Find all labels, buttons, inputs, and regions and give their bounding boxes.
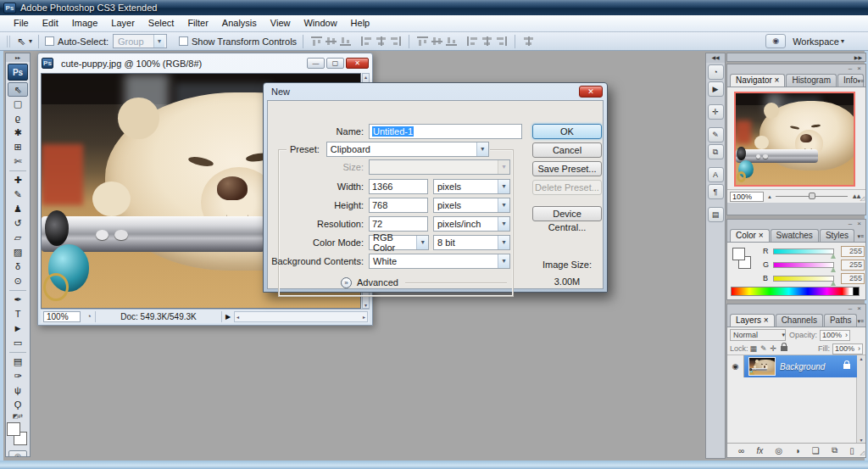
minimize-button[interactable]: — <box>307 58 325 69</box>
link-layers-icon[interactable]: ∞ <box>738 446 744 455</box>
align-vertical-centers-icon[interactable] <box>326 36 337 46</box>
eyedropper-tool[interactable]: ✑ <box>8 369 28 383</box>
auto-select-dropdown[interactable]: Group ▾ <box>113 34 167 48</box>
close-button[interactable]: ✕ <box>346 58 369 69</box>
tab-histogram[interactable]: Histogram <box>786 74 837 87</box>
tool-presets-panel-button[interactable]: ✛ <box>708 104 724 120</box>
save-preset-button[interactable]: Save Preset... <box>532 161 602 176</box>
auto-align-layers-icon[interactable] <box>523 36 534 46</box>
tab-layers[interactable]: Layers × <box>730 314 775 327</box>
zoom-tool[interactable]: Ϙ <box>8 398 28 412</box>
shape-tool[interactable]: ▭ <box>8 336 28 350</box>
width-input[interactable]: 1366 <box>369 179 428 194</box>
toolbox-expand-icon[interactable]: ▸▸ <box>6 53 30 62</box>
workspace-button[interactable]: Workspace ▾ <box>786 34 851 49</box>
tab-styles[interactable]: Styles <box>820 229 854 242</box>
lock-all-icon[interactable] <box>781 346 787 351</box>
distribute-vertical-centers-icon[interactable] <box>431 36 442 46</box>
history-panel-button[interactable]: ◔ <box>708 64 724 80</box>
foreground-color-swatch[interactable] <box>7 422 20 436</box>
maximize-button[interactable]: ▢ <box>326 58 344 69</box>
distribute-right-edges-icon[interactable] <box>496 36 507 46</box>
layer-comps-panel-button[interactable]: ▤ <box>708 207 724 222</box>
scroll-down-icon[interactable]: ▾ <box>364 302 367 308</box>
panel-minimize-close-icons[interactable]: – × <box>727 304 865 313</box>
device-central-button[interactable]: Device Central... <box>532 206 602 221</box>
history-brush-tool[interactable]: ↺ <box>8 216 28 231</box>
layer-thumbnail[interactable] <box>748 357 776 376</box>
cancel-button[interactable]: Cancel <box>532 142 602 158</box>
tab-paths[interactable]: Paths <box>824 314 858 327</box>
zoom-in-icon[interactable]: ▲▲ <box>851 193 860 200</box>
navigator-zoom-field[interactable]: 100% <box>730 192 764 202</box>
clone-source-panel-button[interactable]: ⧉ <box>708 144 724 159</box>
blend-mode-dropdown[interactable]: Normal ▾ <box>730 329 786 341</box>
slider-thumb[interactable] <box>831 254 836 259</box>
character-panel-button[interactable]: A <box>708 167 724 182</box>
menu-window[interactable]: Window <box>297 15 343 31</box>
advanced-label[interactable]: Advanced <box>357 277 398 288</box>
lasso-tool[interactable]: ϱ <box>8 111 28 126</box>
menu-analysis[interactable]: Analysis <box>215 15 264 31</box>
resize-grip-icon[interactable]: ◿ <box>860 195 865 202</box>
menu-help[interactable]: Help <box>344 15 377 31</box>
dialog-close-icon[interactable]: ✕ <box>579 86 603 98</box>
paragraph-panel-button[interactable]: ¶ <box>708 184 724 199</box>
red-channel-value[interactable]: 255 <box>841 246 865 257</box>
path-selection-tool[interactable]: ► <box>8 321 28 336</box>
move-tool-icon[interactable]: ⇖ <box>15 36 27 47</box>
default-colors-icon[interactable]: ◩⇄ <box>6 412 30 420</box>
dock-collapse-icon[interactable]: ◀◀ <box>706 53 725 63</box>
options-bar-grip[interactable] <box>7 36 12 47</box>
blue-channel-value[interactable]: 255 <box>841 273 865 284</box>
menu-edit[interactable]: Edit <box>36 15 65 31</box>
advanced-expander-icon[interactable]: » <box>341 277 352 288</box>
lock-transparency-icon[interactable]: ▦ <box>750 344 758 353</box>
tool-preset-arrow-icon[interactable]: ▾ <box>29 37 32 45</box>
lock-pixels-icon[interactable]: ✎ <box>760 344 767 353</box>
navigator-thumbnail[interactable] <box>734 92 855 187</box>
horizontal-scrollbar[interactable]: ◂ ▸ <box>234 311 368 322</box>
navigator-zoom-slider[interactable] <box>776 196 848 197</box>
resize-grip-icon[interactable]: ◿ <box>860 449 865 456</box>
menu-select[interactable]: Select <box>142 15 181 31</box>
slider-thumb[interactable] <box>831 281 836 286</box>
brush-tool[interactable]: ✎ <box>8 187 28 202</box>
distribute-horizontal-centers-icon[interactable] <box>481 36 492 46</box>
marquee-tool[interactable]: ▢ <box>8 97 28 111</box>
blur-tool[interactable]: δ <box>8 260 28 274</box>
resolution-unit-dropdown[interactable]: pixels/inch ▾ <box>433 216 510 232</box>
dodge-tool[interactable]: ⊙ <box>8 274 28 288</box>
scroll-left-icon[interactable]: ◂ <box>236 314 239 320</box>
tab-navigator[interactable]: Navigator × <box>730 74 785 87</box>
align-horizontal-centers-icon[interactable] <box>376 36 387 46</box>
panel-menu-icon[interactable]: ▾≡ <box>857 78 864 85</box>
foreground-color-swatch[interactable] <box>732 248 745 260</box>
healing-brush-tool[interactable]: ✚ <box>8 173 28 187</box>
quick-selection-tool[interactable]: ✱ <box>8 126 28 140</box>
resolution-input[interactable]: 72 <box>369 216 428 232</box>
tab-channels[interactable]: Channels <box>776 314 823 327</box>
zoom-out-icon[interactable]: ▲ <box>767 194 772 199</box>
status-menu-arrow-icon[interactable]: ▶ <box>222 313 234 321</box>
gradient-tool[interactable]: ▨ <box>8 245 28 260</box>
background-contents-dropdown[interactable]: White ▾ <box>369 254 510 269</box>
preset-dropdown[interactable]: Clipboard ▾ <box>326 142 489 157</box>
pen-tool[interactable]: ✒ <box>8 293 28 307</box>
layer-visibility-eye-icon[interactable]: ◉ <box>727 355 744 377</box>
menu-filter[interactable]: Filter <box>181 15 214 31</box>
slider-thumb[interactable] <box>831 267 836 272</box>
scroll-up-icon[interactable]: ▴ <box>860 355 862 361</box>
dock-expand-icon[interactable]: ▶▶ <box>726 53 866 62</box>
fill-field[interactable]: 100% › <box>832 343 863 355</box>
menu-file[interactable]: File <box>7 15 36 31</box>
quick-mask-button[interactable]: ◎ <box>8 450 27 457</box>
align-bottom-edges-icon[interactable] <box>340 36 351 46</box>
red-channel-slider[interactable] <box>773 248 834 254</box>
menu-view[interactable]: View <box>264 15 298 31</box>
slider-thumb[interactable] <box>809 193 815 199</box>
distribute-left-edges-icon[interactable] <box>467 36 478 46</box>
height-input[interactable]: 768 <box>369 198 428 213</box>
menu-layer[interactable]: Layer <box>104 15 142 31</box>
ok-button[interactable]: OK <box>532 124 602 139</box>
